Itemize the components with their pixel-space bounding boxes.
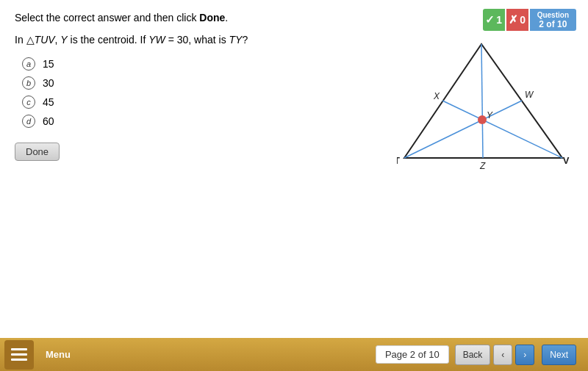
svg-point-4 xyxy=(478,115,487,124)
svg-text:U: U xyxy=(473,40,479,43)
svg-text:W: W xyxy=(525,90,534,100)
svg-text:X: X xyxy=(433,91,440,101)
prev-arrow-button[interactable]: ‹ xyxy=(493,345,512,365)
page-info: Page 2 of 10 xyxy=(376,345,449,364)
option-label-c: c xyxy=(22,96,35,109)
svg-rect-14 xyxy=(11,359,27,361)
svg-rect-13 xyxy=(11,353,27,356)
done-button[interactable]: Done xyxy=(15,143,60,161)
done-word: Done xyxy=(199,12,225,24)
option-value-d: 60 xyxy=(43,115,54,127)
toolbar: Menu Page 2 of 10 Back ‹ › Next xyxy=(0,338,588,371)
triangle-diagram: U T V X W Z Y xyxy=(397,40,573,169)
svg-rect-12 xyxy=(11,348,27,350)
svg-text:Y: Y xyxy=(487,110,493,120)
main-content: Select the correct answer and then click… xyxy=(0,0,588,338)
next-button[interactable]: Next xyxy=(542,345,576,365)
menu-button[interactable]: Menu xyxy=(34,338,82,371)
score-wrong: ✗0 xyxy=(506,9,528,31)
score-box: ✓1✗0Question2 of 10 xyxy=(483,9,576,31)
svg-marker-0 xyxy=(404,44,562,158)
option-value-c: 45 xyxy=(43,96,54,108)
svg-text:V: V xyxy=(563,155,570,166)
svg-text:Z: Z xyxy=(479,161,486,169)
svg-line-2 xyxy=(481,44,483,158)
option-value-b: 30 xyxy=(43,77,54,89)
nav-group: Back ‹ › Next xyxy=(455,345,581,365)
list-icon xyxy=(11,348,27,361)
triangle-svg: U T V X W Z Y xyxy=(397,40,573,169)
option-label-b: b xyxy=(22,76,35,90)
option-label-a: a xyxy=(22,57,35,71)
option-value-a: 15 xyxy=(43,58,54,70)
next-arrow-button[interactable]: › xyxy=(515,345,534,365)
back-button[interactable]: Back xyxy=(455,345,491,365)
option-label-d: d xyxy=(22,115,35,128)
toolbar-left-icon xyxy=(4,340,34,370)
svg-line-3 xyxy=(442,101,562,158)
svg-line-1 xyxy=(404,101,522,158)
question-label: Question2 of 10 xyxy=(530,9,576,31)
menu-label: Menu xyxy=(46,349,71,360)
score-correct: ✓1 xyxy=(483,9,505,31)
svg-text:T: T xyxy=(397,155,400,166)
